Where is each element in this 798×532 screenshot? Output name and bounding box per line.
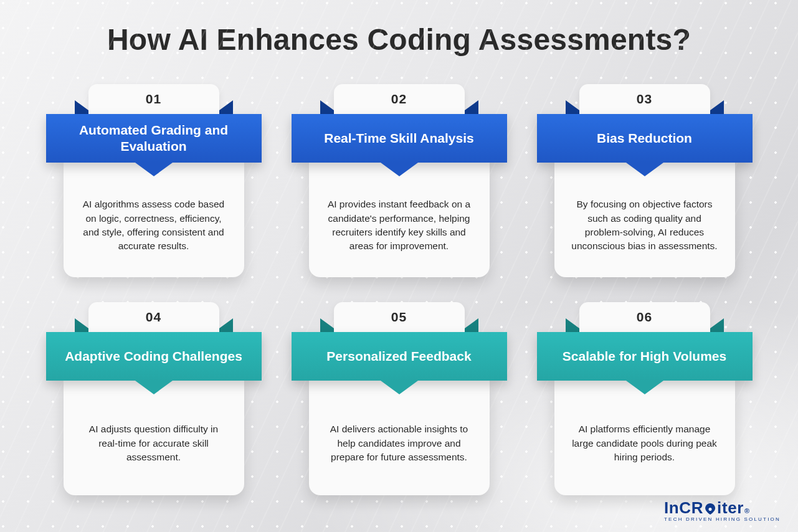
card-heading-ribbon: Bias Reduction [537,114,753,163]
page-title: How AI Enhances Coding Assessments? [0,0,798,57]
card-heading-ribbon: Personalized Feedback [292,332,507,381]
card-description: AI delivers actionable insights to help … [309,378,490,495]
card-01: 01 Automated Grading and Evaluation AI a… [46,84,262,277]
brand-tagline: TECH DRIVEN HIRING SOLUTION [664,516,781,522]
card-number: 03 [579,84,710,114]
card-heading-ribbon: Real-Time Skill Analysis [292,114,507,163]
card-number: 04 [88,302,219,332]
card-number: 05 [334,302,465,332]
card-05: 05 Personalized Feedback AI delivers act… [292,302,507,495]
card-number: 01 [88,84,219,114]
card-06: 06 Scalable for High Volumes AI platform… [537,302,753,495]
card-heading: Automated Grading and Evaluation [62,122,245,155]
card-heading-ribbon: Scalable for High Volumes [537,332,753,381]
brand-name-part-1: InCR [664,498,703,518]
card-number: 02 [334,84,465,114]
brand-name: InCRiter® [664,498,781,518]
card-description: AI platforms efficiently manage large ca… [554,378,735,495]
card-grid: 01 Automated Grading and Evaluation AI a… [0,84,798,495]
card-heading-ribbon: Adaptive Coding Challenges [46,332,262,381]
card-02: 02 Real-Time Skill Analysis AI provides … [292,84,507,277]
brand-name-part-2: iter [717,498,744,518]
card-03: 03 Bias Reduction By focusing on objecti… [537,84,753,277]
card-description: By focusing on objective factors such as… [554,160,735,277]
map-pin-icon [705,503,716,515]
brand-logo: InCRiter® TECH DRIVEN HIRING SOLUTION [664,498,781,522]
card-number: 06 [579,302,710,332]
card-heading: Adaptive Coding Challenges [65,348,242,364]
card-description: AI provides instant feedback on a candid… [309,160,490,277]
card-heading: Bias Reduction [597,130,692,146]
card-description: AI adjusts question difficulty in real-t… [64,378,244,495]
card-04: 04 Adaptive Coding Challenges AI adjusts… [46,302,262,495]
registered-symbol: ® [744,507,750,515]
card-heading: Scalable for High Volumes [563,348,726,364]
card-description: AI algorithms assess code based on logic… [64,160,244,277]
card-heading: Real-Time Skill Analysis [324,130,473,146]
card-heading: Personalized Feedback [326,348,471,364]
card-heading-ribbon: Automated Grading and Evaluation [46,114,262,163]
